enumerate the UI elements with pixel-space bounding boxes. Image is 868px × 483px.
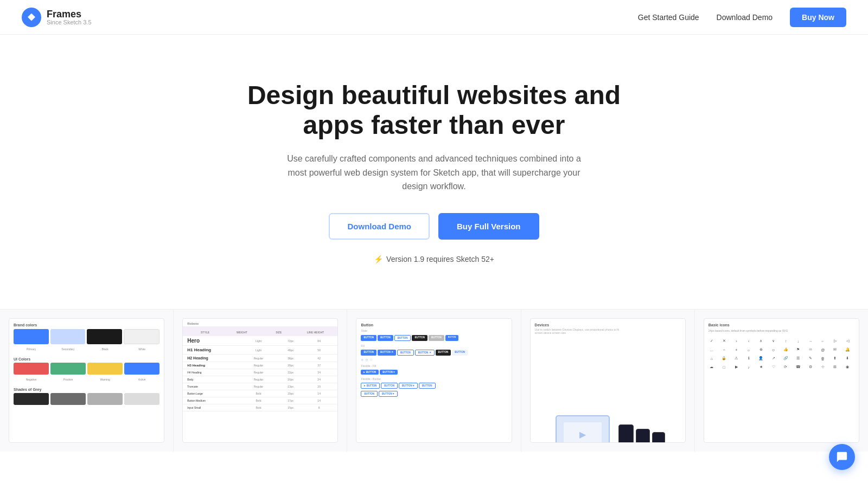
mini-button-fill-4: BUTTON ✕: [415, 350, 435, 356]
icon-lock: 🔒: [721, 355, 727, 362]
icon-chevron-down: ∨: [770, 338, 777, 344]
buy-full-version-button[interactable]: Buy Full Version: [438, 213, 539, 240]
chat-icon: [836, 451, 848, 452]
mini-button-flex-1: ▸ BUTTON: [361, 370, 379, 375]
mini-button-border-3: BUTTON ▾: [399, 383, 418, 389]
nav-links: Get Started Guide Download Demo Buy Now: [638, 8, 846, 27]
button-card-title: Button: [356, 319, 511, 329]
hero-section: Design beautiful websites and apps faste…: [0, 0, 868, 287]
version-icon: ⚡: [374, 255, 383, 263]
icon-user: 👤: [758, 355, 764, 362]
icon-heart: ♡: [770, 364, 777, 370]
icon-photo: □: [721, 364, 727, 370]
swatch-secondary: [50, 329, 86, 344]
brand-colors-title: Brand colors: [9, 319, 164, 329]
devices-desc: Use to switch between Devices Displays, …: [531, 328, 628, 338]
mini-button-outline: BUTTON: [394, 335, 411, 341]
mini-button-border-2: BUTTON: [381, 383, 398, 389]
icon-map: ⊞: [832, 364, 838, 370]
grey-swatches: [9, 393, 164, 408]
label-secondary: Secondary: [50, 347, 86, 351]
colors-preview: Brand colors Primary Secondary Black Whi…: [9, 318, 164, 443]
brand-swatches: [9, 329, 164, 347]
swatch-grey-4: [124, 393, 159, 405]
typo-row-input-sm: Input Small Bold 15px 8: [183, 404, 337, 411]
icon-arrow-down: ↓: [795, 338, 801, 344]
icon-caret: ▷: [832, 338, 838, 344]
typo-font-name: Roboto: [183, 319, 337, 326]
icon-bell: 🔔: [844, 346, 851, 353]
button-row-6: BUTTON BUTTON ▾: [356, 390, 511, 398]
icon-audio: ♪: [745, 364, 752, 370]
mini-button-fill-5: BUTTON: [436, 350, 451, 356]
mini-button-row6-2: BUTTON ▾: [379, 391, 398, 397]
typo-row-btn-md: Button Medium Bold 17px 14: [183, 397, 337, 404]
mini-button-blue-2: BUTTON: [378, 335, 393, 341]
devices-preview: Devices Use to switch between Devices Di…: [530, 318, 686, 443]
typo-row-h1: H1 Heading Light 48px 56: [183, 346, 337, 355]
icon-chevron-right: ›: [733, 338, 739, 344]
icons-desc: 24px based icons, default from symbols b…: [704, 329, 859, 336]
icon-upload: ⬆: [832, 355, 838, 362]
device-phone-2: [636, 429, 650, 443]
icon-globe: ♾: [807, 346, 814, 353]
typo-header: STYLE WEIGHT SIZE LINE HEIGHT: [183, 326, 337, 336]
mini-button-dark: BUTTON: [412, 335, 427, 341]
hero-headline: Design beautiful websites and apps faste…: [222, 80, 646, 140]
nav-buy-button[interactable]: Buy Now: [790, 8, 846, 27]
mini-button-border-1: ▸ BUTTON: [361, 383, 380, 389]
swatch-grey-2: [50, 393, 86, 405]
icon-chevron-left: ‹: [745, 338, 752, 344]
label-black: Black: [87, 347, 123, 351]
mini-button-fill-3: BUTTON: [397, 350, 414, 356]
ui-colors-title: UI Colors: [9, 355, 164, 363]
mini-button-fill-2: BUTTON ✕: [378, 350, 396, 356]
mini-button-flex-2: BUTTON ▾: [380, 370, 398, 375]
icon-home: ⌂: [709, 355, 715, 362]
icon-caret-left: ◁: [844, 338, 851, 344]
ui-swatches: [9, 363, 164, 378]
icon-edit: ✎: [807, 355, 814, 362]
icon-cloud: ☁: [709, 364, 715, 370]
mini-button-row6-1: BUTTON: [361, 391, 378, 397]
icon-minus: −: [721, 346, 727, 353]
button-row-3: ○ ○ ○: [356, 357, 511, 363]
mini-button-blue: BUTTON: [361, 335, 376, 341]
label-positive: Positive: [50, 378, 86, 381]
icon-at: @: [820, 346, 826, 353]
label-active: Active: [124, 378, 159, 381]
icon-share: ↗: [770, 355, 777, 362]
version-text: Version 1.9 requires Sketch 52+: [386, 255, 494, 263]
mini-button-sm: BUTTON: [445, 335, 459, 341]
icon-bookmark: ⊹: [820, 364, 826, 370]
icons-title: Basic icons: [704, 319, 859, 329]
logo-sub: Since Sketch 3.5: [47, 19, 92, 25]
logo[interactable]: Frames Since Sketch 3.5: [22, 8, 92, 27]
hero-buttons: Download Demo Buy Full Version: [329, 213, 539, 240]
icon-settings: ⊕: [758, 346, 764, 353]
grey-title: Shades of Grey: [9, 385, 164, 393]
preview-card-icons: Basic icons 24px based icons, default fr…: [695, 310, 868, 452]
icon-trash: 🗑: [820, 355, 826, 362]
swatch-white: [124, 329, 160, 344]
typo-row-h2: H2 Heading Regular 36px 42: [183, 355, 337, 362]
swatch-black: [87, 329, 122, 344]
icon-smile: ☺: [770, 346, 777, 353]
download-demo-button[interactable]: Download Demo: [329, 213, 430, 240]
button-row-4: ▸ BUTTON BUTTON ▾: [356, 369, 511, 376]
devices-title: Devices: [531, 319, 685, 328]
mini-button-grey: BUTTON: [429, 335, 444, 341]
icon-warning: ⚠: [733, 355, 739, 362]
preview-card-colors: Brand colors Primary Secondary Black Whi…: [0, 310, 174, 452]
typo-row-truncate: Truncate Regular 13px 20: [183, 383, 337, 390]
icons-grid: ✓ ✕ › ‹ ∧ ∨ ↑ ↓ → ← ▷ ◁ … − + ⌕ ⊕ ☺ 👍 ⚑: [704, 336, 859, 372]
buttons-preview: Button State BUTTON BUTTON BUTTON BUTTON…: [356, 318, 512, 443]
device-phone-1: [618, 424, 634, 443]
hero-subtext: Use carefully crafted components and adv…: [277, 152, 591, 194]
ui-swatch-labels: Negative Positive Warning Active: [9, 378, 164, 385]
nav-demo-link[interactable]: Download Demo: [717, 13, 773, 22]
typo-row-h3: H3 Heading Regular 28px 37: [183, 362, 337, 369]
icon-plus: +: [733, 346, 739, 353]
icon-star: ★: [758, 364, 764, 370]
nav-guide-link[interactable]: Get Started Guide: [638, 13, 699, 22]
